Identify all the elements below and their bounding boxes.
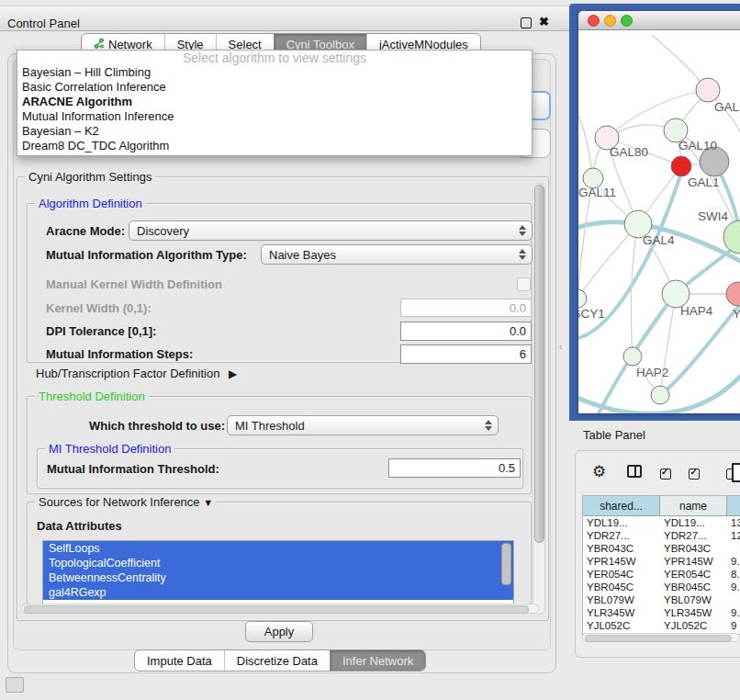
table-cell: 9. <box>727 581 740 593</box>
table-cell: 13 <box>727 516 740 529</box>
table-horizontal-scrollbar[interactable] <box>582 633 740 642</box>
mi-threshold-field[interactable]: 0.5 <box>388 458 521 478</box>
table-cell <box>727 593 740 606</box>
attribute-list-item[interactable]: gal4RGexp <box>43 585 513 600</box>
node-label-y: Y <box>733 307 740 321</box>
column-header-name[interactable]: name <box>660 496 727 515</box>
network-window-titlebar[interactable] <box>578 11 740 30</box>
table-cell: YJL052C <box>660 619 727 632</box>
close-panel-button[interactable]: ✖ <box>539 15 549 28</box>
select-all-checkbox-icon[interactable] <box>689 469 700 480</box>
table-row[interactable]: YLR345WYLR345W9. <box>583 606 740 619</box>
which-threshold-combo[interactable]: MI Threshold <box>227 415 499 435</box>
column-header-A[interactable]: A <box>727 496 740 515</box>
mi-steps-label: Mutual Information Steps: <box>46 347 193 361</box>
mi-steps-value: 6 <box>520 347 526 361</box>
kernel-width-field[interactable]: 0.0 <box>400 299 532 317</box>
table-cell: YBR043C <box>583 542 660 555</box>
dpi-tolerance-field[interactable]: 0.0 <box>400 322 532 341</box>
network-node-gal1[interactable] <box>671 156 691 176</box>
table-row[interactable]: YDL19...YDL19...13 <box>583 516 740 529</box>
mi-algorithm-type-label: Mutual Information Algorithm Type: <box>46 248 247 262</box>
kernel-width-label: Kernel Width (0,1): <box>46 301 151 315</box>
table-panel: ⚙ shared...nameA YDL19...YDL19...13YDR27… <box>575 450 740 658</box>
tab-impute-data[interactable]: Impute Data <box>135 650 224 671</box>
dropdown-item[interactable]: Bayesian – K2 <box>17 124 532 139</box>
close-traffic-light-icon[interactable] <box>588 15 600 27</box>
aracne-mode-label: Aracne Mode: <box>46 224 125 238</box>
control-panel-titlebar: Control Panel ✖ <box>0 6 569 31</box>
table-cell: YBR045C <box>583 581 660 593</box>
attributes-vscroll-thumb[interactable] <box>501 543 511 585</box>
table-row[interactable]: YBL079WYBL079W <box>583 593 740 606</box>
network-node-gal[interactable] <box>696 78 720 102</box>
expander-right-arrow-icon[interactable]: ▶ <box>229 367 237 380</box>
node-label-swi4: SWI4 <box>698 209 728 223</box>
settings-vertical-scrollbar[interactable] <box>533 183 545 615</box>
table-cell: 9. <box>727 555 740 568</box>
network-canvas[interactable]: GALGAL80GAL10GAL1GAL11SWI4GAL4GCY1HAP4YH… <box>578 29 740 413</box>
table-row[interactable]: YJL052CYJL052C9 <box>583 619 740 632</box>
node-label-gcy1: GCY1 <box>578 307 605 321</box>
float-window-button[interactable] <box>521 17 532 28</box>
table-row[interactable]: YER054CYER054C8. <box>583 568 740 581</box>
gear-icon[interactable]: ⚙ <box>592 462 606 481</box>
table-hscroll-thumb[interactable] <box>585 635 732 642</box>
select-all-checkbox-icon[interactable] <box>660 469 671 480</box>
sources-group: Sources for Network Inference ▼ Data Att… <box>27 502 532 604</box>
splitter-handle[interactable]: ‹ <box>559 342 562 352</box>
which-threshold-label: Which threshold to use: <box>89 419 225 433</box>
docked-panel-icon[interactable] <box>6 677 24 693</box>
dropdown-item[interactable]: ARACNE Algorithm <box>17 95 532 109</box>
network-node-swi4[interactable] <box>723 220 740 254</box>
mi-steps-field[interactable]: 6 <box>400 344 532 364</box>
network-node[interactable] <box>651 386 669 404</box>
apply-button[interactable]: Apply <box>245 621 313 642</box>
dropdown-item[interactable]: Mutual Information Inference <box>17 109 532 124</box>
algorithm-definition-title: Algorithm Definition <box>35 197 146 210</box>
attribute-list-item[interactable]: SelfLoops <box>43 541 513 556</box>
table-cell <box>727 542 740 555</box>
zoom-traffic-light-icon[interactable] <box>621 15 633 27</box>
settings-hscroll-thumb[interactable] <box>24 605 529 614</box>
minimize-traffic-light-icon[interactable] <box>604 15 616 27</box>
attribute-list-item[interactable]: BetweennessCentrality <box>43 570 513 585</box>
collapse-down-arrow-icon[interactable]: ▼ <box>203 497 213 508</box>
table-row[interactable]: YPR145WYPR145W9. <box>583 555 740 568</box>
new-table-icon[interactable] <box>732 463 740 482</box>
dropdown-item[interactable]: Basic Correlation Inference <box>17 80 532 95</box>
table-row[interactable]: YBR045CYBR045C9. <box>583 581 740 593</box>
network-node-hap2[interactable] <box>623 347 642 366</box>
apply-button-label: Apply <box>264 625 295 638</box>
column-header-shared...[interactable]: shared... <box>583 496 660 515</box>
manual-kernel-width-checkbox[interactable] <box>517 277 531 291</box>
bottom-tabs: Impute DataDiscretize DataInfer Network <box>134 649 426 672</box>
dropdown-item[interactable]: Bayesian – Hill Climbing <box>17 65 532 80</box>
hub-definition-expander[interactable]: Hub/Transcription Factor Definition ▶ <box>36 367 231 380</box>
node-label-hap2: HAP2 <box>636 366 668 379</box>
mi-threshold-definition-title: MI Threshold Definition <box>45 442 174 456</box>
mi-algorithm-type-combo[interactable]: Naive Bayes <box>261 244 533 265</box>
attribute-list-item[interactable]: TopologicalCoefficient <box>43 556 513 570</box>
mi-threshold-value: 0.5 <box>499 461 515 475</box>
table-row[interactable]: YDR27...YDR27...12 <box>583 529 740 542</box>
settings-horizontal-scrollbar[interactable] <box>21 604 539 614</box>
tab-discretize-data[interactable]: Discretize Data <box>224 650 330 671</box>
data-attributes-list[interactable]: SelfLoopsTopologicalCoefficientBetweenne… <box>42 540 514 604</box>
node-table: shared...nameA YDL19...YDL19...13YDR27..… <box>582 495 740 635</box>
table-row[interactable]: YBR043CYBR043C <box>583 542 740 555</box>
tab-infer-network[interactable]: Infer Network <box>330 650 425 671</box>
network-node-gcy1[interactable] <box>578 289 587 308</box>
split-columns-icon[interactable] <box>627 465 642 478</box>
dropdown-item[interactable]: Dream8 DC_TDC Algorithm <box>17 139 532 153</box>
network-node-y[interactable] <box>726 282 740 306</box>
settings-vscroll-thumb[interactable] <box>534 185 544 543</box>
table-cell: YBL079W <box>583 593 660 606</box>
stepper-icon <box>483 420 494 431</box>
network-window[interactable]: GALGAL80GAL10GAL1GAL11SWI4GAL4GCY1HAP4YH… <box>578 11 740 413</box>
table-cell: YDR27... <box>660 529 727 542</box>
aracne-mode-combo[interactable]: Discovery <box>129 220 533 241</box>
stepper-icon <box>517 249 528 260</box>
node-label-gal1: GAL1 <box>688 175 720 189</box>
network-view-frame[interactable]: GALGAL80GAL10GAL1GAL11SWI4GAL4GCY1HAP4YH… <box>569 4 740 421</box>
